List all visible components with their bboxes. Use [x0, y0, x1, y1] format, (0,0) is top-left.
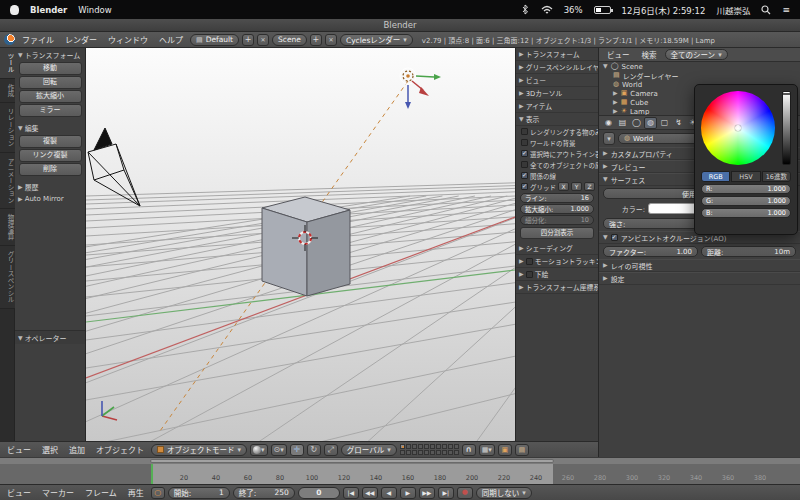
tab-animation[interactable]: アニメーション	[0, 153, 15, 210]
render-opengl-anim-button[interactable]	[515, 444, 529, 456]
panel-header-transform[interactable]: トランスフォーム	[15, 48, 85, 61]
timeline-ruler[interactable]: 2040608010012014016018020022024026028030…	[0, 457, 800, 484]
check-all-object-origins[interactable]: 全てのオブジェクトの原点	[516, 159, 598, 170]
outliner-row-render-layers[interactable]: レンダーレイヤー	[599, 71, 800, 80]
tab-hex[interactable]: 16進数	[762, 171, 791, 182]
layer-visibility-widget[interactable]	[400, 444, 459, 455]
mode-selector[interactable]: オブジェクトモード	[151, 444, 247, 456]
viewport-3d[interactable]	[86, 48, 515, 441]
duplicate-linked-button[interactable]: リンク複製	[19, 149, 82, 162]
panel-header-settings[interactable]: 設定	[599, 272, 800, 285]
expand-arrow-icon[interactable]	[613, 108, 618, 115]
grid-axis-z-toggle[interactable]: Z	[584, 182, 595, 191]
jump-to-end-button[interactable]: ▶|	[438, 487, 454, 499]
viewport-shading-selector[interactable]	[250, 444, 268, 456]
viewport-add-menu[interactable]: 追加	[65, 444, 89, 455]
play-button[interactable]: ▶	[400, 487, 416, 499]
manipulator-translate-toggle[interactable]	[290, 444, 304, 456]
panel-header-background-images[interactable]: 下絵	[516, 268, 598, 281]
manipulator-scale-toggle[interactable]	[324, 444, 338, 456]
value-slider[interactable]	[782, 91, 791, 165]
menu-render[interactable]: レンダー	[61, 34, 101, 45]
world-browse-button[interactable]	[603, 132, 615, 145]
layer-1[interactable]	[400, 444, 405, 449]
tab-physics[interactable]: 物理演算	[0, 209, 15, 246]
delete-button[interactable]: 削除	[19, 163, 82, 176]
lamp-object[interactable]	[400, 68, 441, 109]
ao-checkbox[interactable]	[611, 234, 618, 241]
scale-button[interactable]: 拡大縮小	[19, 90, 82, 103]
menu-file[interactable]: ファイル	[18, 34, 58, 45]
menubar-clock[interactable]: 12月6日(木) 2:59:12	[622, 4, 706, 16]
panel-header-operator[interactable]: オペレーター	[15, 330, 85, 344]
scene-tab-icon[interactable]: ◯	[630, 117, 643, 129]
blender-logo-icon[interactable]	[4, 34, 15, 45]
outliner-view-menu[interactable]: ビュー	[603, 49, 634, 60]
window-titlebar[interactable]: Blender	[0, 19, 800, 32]
render-tab-icon[interactable]: ◉	[602, 117, 615, 129]
scene-delete-button[interactable]	[325, 34, 337, 46]
timeline-scrollbar-handle[interactable]	[150, 459, 554, 463]
viewport-view-menu[interactable]: ビュー	[3, 444, 35, 455]
world-tab-icon[interactable]: ◍	[644, 117, 657, 129]
panel-header-grease-pencil[interactable]: グリースペンシルレイヤー	[516, 61, 598, 74]
panel-header-motion-tracking[interactable]: モーショントラッキング	[516, 255, 598, 268]
next-keyframe-button[interactable]: ▶▶	[419, 487, 435, 499]
timeline-marker-menu[interactable]: マーカー	[38, 487, 78, 498]
mirror-button[interactable]: ミラー	[19, 104, 82, 117]
move-button[interactable]: 移動	[19, 62, 82, 75]
tab-tools[interactable]: ツール	[0, 48, 15, 79]
current-frame-playhead[interactable]	[151, 464, 153, 484]
rotate-button[interactable]: 回転	[19, 76, 82, 89]
scene-selector[interactable]: Scene	[272, 34, 307, 46]
viewport-select-menu[interactable]: 選択	[38, 444, 62, 455]
expand-arrow-icon[interactable]	[603, 63, 608, 70]
panel-header-ray-visibility[interactable]: レイの可視性	[599, 259, 800, 272]
check-only-render[interactable]: レンダリングする物のみ	[516, 126, 598, 137]
color-wheel[interactable]	[701, 91, 775, 165]
toggle-quad-view-button[interactable]: 四分割表示	[520, 227, 594, 239]
expand-arrow-icon[interactable]	[613, 90, 618, 97]
panel-header-edit[interactable]: 編集	[15, 121, 85, 134]
render-opengl-button[interactable]	[498, 444, 512, 456]
check-world-background[interactable]: ワールドの背景	[516, 137, 598, 148]
check-relationship-lines[interactable]: 関係の線	[516, 170, 598, 181]
notification-center-icon[interactable]: ≡	[782, 5, 790, 15]
bluetooth-icon[interactable]	[520, 4, 530, 15]
duplicate-button[interactable]: 複製	[19, 135, 82, 148]
slider-r[interactable]: R:1.000	[701, 184, 791, 194]
use-preview-range-toggle[interactable]	[151, 487, 165, 499]
spotlight-search-icon[interactable]	[761, 5, 771, 15]
menubar-window-menu[interactable]: Window	[78, 5, 112, 15]
snap-toggle[interactable]	[462, 444, 476, 456]
grid-axis-x-toggle[interactable]: X	[558, 182, 569, 191]
render-engine-selector[interactable]: Cyclesレンダー	[340, 34, 413, 46]
menubar-app-name[interactable]: Blender	[30, 5, 67, 15]
tab-rgb[interactable]: RGB	[701, 171, 730, 182]
panel-header-item[interactable]: アイテム	[516, 100, 598, 113]
previous-keyframe-button[interactable]: ◀◀	[362, 487, 378, 499]
screen-layout-selector[interactable]: Default	[190, 34, 239, 46]
layout-add-button[interactable]	[242, 34, 254, 46]
grid-scale-field[interactable]: 拡大縮小:1.000	[520, 204, 594, 214]
panel-header-transform-orientations[interactable]: トランスフォーム座標系	[516, 281, 598, 294]
manipulator-y-arrow[interactable]	[416, 76, 434, 77]
object-tab-icon[interactable]: ▢	[658, 117, 671, 129]
value-slider-cursor[interactable]	[783, 93, 790, 95]
grid-lines-field[interactable]: ライン:16	[520, 193, 594, 203]
panel-header-shading[interactable]: シェーディング	[516, 242, 598, 255]
expand-arrow-icon[interactable]	[613, 99, 618, 106]
wifi-icon[interactable]	[541, 5, 553, 15]
tab-grease-pencil[interactable]: グリースペンシル	[0, 246, 15, 309]
menu-window[interactable]: ウィンドウ	[104, 34, 152, 45]
record-button[interactable]	[457, 487, 473, 499]
pivot-point-selector[interactable]	[271, 444, 287, 456]
ao-factor-field[interactable]: ファクター:1.00	[603, 246, 698, 257]
render-layers-tab-icon[interactable]: ▤	[616, 117, 629, 129]
check-grid-floor[interactable]: グリッド X Y Z	[516, 181, 598, 192]
panel-header-transform-n[interactable]: トランスフォーム	[516, 48, 598, 61]
timeline-view-menu[interactable]: ビュー	[3, 487, 35, 498]
transform-orientation-selector[interactable]: グローバル	[341, 444, 397, 456]
constraints-tab-icon[interactable]: ↯	[672, 117, 685, 129]
menu-help[interactable]: ヘルプ	[155, 34, 187, 45]
